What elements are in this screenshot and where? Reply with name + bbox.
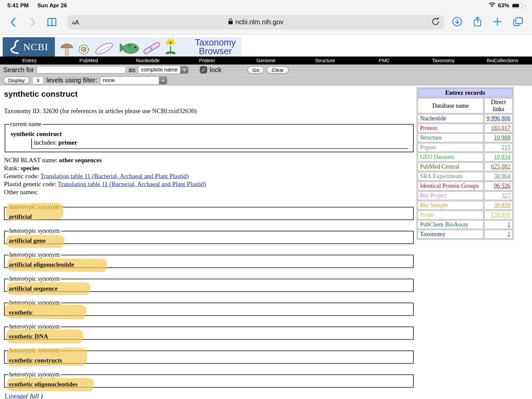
rank-line: Rank: species (4, 164, 414, 172)
nav-nucleotide[interactable]: Nucleotide (118, 57, 178, 65)
record-count-link[interactable]: 625,082 (491, 163, 511, 170)
filter-select[interactable]: none ▼ (100, 76, 167, 84)
record-count-link[interactable]: 9,996,806 (486, 115, 510, 122)
table-row: SRA Experiments38,964 (418, 172, 513, 181)
synonym-box: heterotypic synonym artificial (4, 203, 414, 220)
date: Sun Apr 26 (37, 2, 67, 9)
plastid-code-link[interactable]: Translation table 11 (Bacterial, Archaea… (58, 181, 206, 188)
nav-structure[interactable]: Structure (296, 57, 355, 65)
battery-icon (512, 3, 523, 8)
reload-icon[interactable] (432, 17, 440, 27)
levels-input[interactable] (32, 76, 44, 84)
tabs-icon[interactable] (513, 17, 523, 28)
record-count-link[interactable]: 139,916 (491, 211, 511, 218)
record-count-link[interactable]: 327 (501, 192, 510, 199)
search-input[interactable] (37, 66, 126, 73)
synonym-box: heterotypic synonym synthetic constructs (4, 347, 414, 364)
nav-genome[interactable]: Genome (236, 57, 296, 65)
top-nav: Entrez PubMed Nucleotide Protein Genome … (0, 57, 532, 65)
paramecium-icon (93, 41, 115, 57)
record-count-link[interactable]: 215 (501, 144, 510, 151)
mushroom-icon (60, 39, 74, 57)
plastid-code-line: Plastid genetic code: Translation table … (4, 180, 414, 188)
record-count-link[interactable]: 183,017 (491, 125, 511, 131)
record-count-link[interactable]: 10,834 (494, 154, 511, 160)
bookmarks-icon[interactable] (45, 15, 59, 30)
genetic-code-line: Genetic code: Translation table 11 (Bact… (4, 172, 414, 180)
table-row: Identical Protein Groups96,526 (418, 182, 513, 191)
record-count-link[interactable]: 96,526 (494, 183, 511, 189)
synonym-box: heterotypic synonym synthetic oligonucle… (4, 371, 414, 388)
synonym-value: artificial oligonucleotide (9, 261, 413, 268)
bacteria-icon (142, 41, 161, 57)
synonym-value: synthetic oligonucleotides (9, 381, 413, 388)
ncbi-header: NCBI Taxonomy Browser (0, 35, 532, 57)
lock-checkbox[interactable]: ✓ (200, 66, 207, 73)
table-row: Popset215 (418, 143, 513, 152)
entrez-title: Entrez records (418, 88, 513, 97)
nav-entrez[interactable]: Entrez (0, 57, 59, 65)
share-icon[interactable] (473, 16, 482, 28)
search-mode-select[interactable]: complete name ▼ (138, 66, 188, 74)
record-count-link[interactable]: 38,964 (494, 173, 511, 180)
synonym-box: heterotypic synonym artificial oligonucl… (4, 251, 414, 268)
synonym-box: heterotypic synonym artificial sequence (4, 275, 414, 292)
reader-icon[interactable]: AA (72, 18, 79, 26)
entrez-records-panel: Entrez records Database name Direct link… (417, 87, 514, 240)
forward-icon[interactable] (25, 15, 40, 30)
synonym-value: artificial sequence (9, 285, 413, 292)
filter-label: levels using filter: (46, 76, 97, 84)
synonym-box: heterotypic synonym synthetic DNA (4, 323, 414, 340)
clock: 5:41 PM (7, 2, 29, 9)
table-row: GEO Datasets10,834 (418, 153, 513, 162)
table-row: PubChem BioAssay1 (418, 220, 513, 229)
ncbi-logo[interactable]: NCBI (3, 37, 55, 57)
chevron-down-icon: ▼ (180, 66, 188, 74)
includes-line: includes: primer (31, 138, 408, 149)
go-button[interactable]: Go (247, 66, 264, 74)
wifi-icon (489, 2, 495, 9)
fish-icon (117, 41, 139, 57)
search-bar: Search for as complete name ▼ ✓ lock Go … (0, 65, 532, 75)
display-button[interactable]: Display (3, 76, 30, 84)
col-database-name: Database name (418, 98, 483, 113)
back-icon[interactable] (6, 15, 21, 30)
synonym-box: heterotypic synonym synthetic (4, 299, 414, 316)
webpage: NCBI Taxonomy Browser Entrez PubMed Nucl… (0, 35, 532, 399)
ncbi-logo-text: NCBI (23, 41, 49, 53)
record-count-link[interactable]: 10,988 (494, 134, 511, 141)
flower-icon (163, 39, 178, 57)
nav-pubmed[interactable]: PubMed (59, 57, 118, 65)
address-bar[interactable]: AA ncbi.nlm.nih.gov (67, 15, 444, 30)
record-count-link[interactable]: 1 (507, 231, 510, 237)
synonym-value: artificial (9, 213, 413, 220)
clear-button[interactable]: Clear (267, 66, 289, 74)
lineage-line: Lineage( full ) (5, 392, 414, 399)
table-row: Taxonomy1 (418, 230, 513, 239)
download-icon[interactable] (452, 17, 462, 28)
table-row: Bio Project327 (418, 191, 513, 200)
new-tab-icon[interactable] (493, 17, 502, 28)
status-bar: 5:41 PM Sun Apr 26 63% (0, 0, 532, 10)
search-label: Search for (3, 66, 34, 74)
dna-helix-icon (9, 40, 21, 54)
table-row: Probe139,916 (418, 210, 513, 219)
as-label: as (128, 66, 135, 74)
banner-title: Taxonomy Browser (195, 38, 238, 56)
battery-percent: 63% (498, 2, 509, 9)
nav-protein[interactable]: Protein (177, 57, 236, 65)
current-name-legend: current name (9, 121, 43, 128)
lock-label: lock (210, 66, 222, 74)
synonym-value: artificial gene (9, 237, 413, 244)
lineage-link[interactable]: Lineage (5, 392, 26, 399)
nav-biocollections[interactable]: BioCollections (473, 57, 532, 65)
current-name-box: current name synthetic construct include… (5, 121, 414, 152)
browser-toolbar: AA ncbi.nlm.nih.gov (0, 10, 532, 35)
other-names-label: Other names: (4, 188, 414, 196)
record-count-link[interactable]: 1 (507, 221, 510, 228)
genetic-code-link[interactable]: Translation table 11 (Bacterial, Archaea… (40, 173, 189, 180)
record-count-link[interactable]: 39,859 (494, 202, 511, 208)
nav-taxonomy[interactable]: Taxonomy (414, 57, 473, 65)
nav-pmc[interactable]: PMC (355, 57, 414, 65)
synonym-box: heterotypic synonym artificial gene (4, 227, 414, 244)
